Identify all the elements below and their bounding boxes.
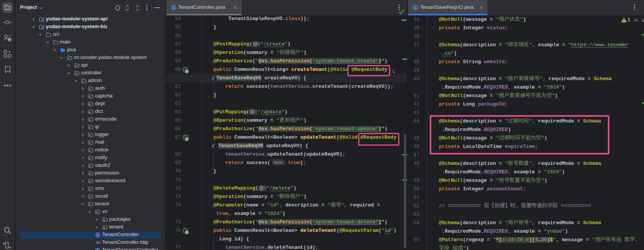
svg-text:C: C [414,6,417,10]
svg-text:C: C [97,233,99,237]
svg-text:?: ? [9,38,11,42]
svg-text:C: C [172,6,175,10]
svg-text:C: C [97,248,99,250]
